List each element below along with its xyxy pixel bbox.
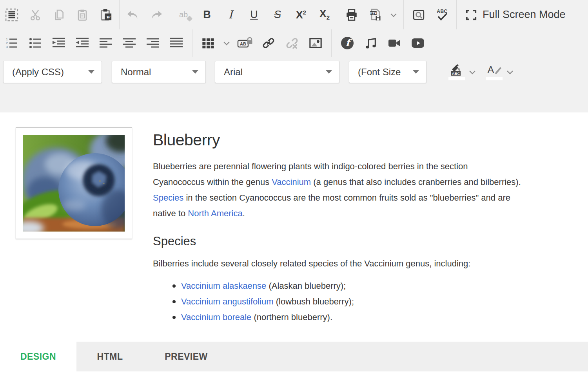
caret-down-icon: [326, 70, 332, 74]
redo-button[interactable]: [145, 3, 168, 27]
paste-button[interactable]: [71, 3, 94, 27]
list-bullet: [172, 300, 176, 303]
caret-down-icon: [88, 70, 94, 74]
table-options-dropdown[interactable]: [220, 31, 233, 55]
underline-button[interactable]: U: [242, 3, 266, 27]
highlight-color-icon: ABC: [449, 64, 465, 76]
align-right-icon: [146, 37, 160, 49]
undo-button[interactable]: [121, 3, 145, 27]
font-name-value: Arial: [224, 67, 243, 78]
insert-flash-button[interactable]: f: [336, 31, 359, 55]
svg-text:3: 3: [6, 45, 8, 49]
caret-down-icon: [192, 70, 198, 74]
tab-html[interactable]: HTML: [82, 342, 138, 371]
list-bullet: [172, 284, 176, 288]
toolbar-divider: [119, 0, 120, 29]
align-center-icon: [122, 37, 136, 49]
print-icon: [345, 8, 358, 22]
editor-toolbar: w ab B: [0, 0, 588, 112]
export-rtf-button[interactable]: RTF: [363, 3, 387, 27]
align-left-icon: [99, 37, 113, 49]
underline-icon: U: [250, 9, 258, 20]
italic-icon: I: [228, 9, 232, 20]
find-replace-button[interactable]: [407, 3, 430, 27]
justify-button[interactable]: [165, 31, 188, 55]
font-color-dropdown[interactable]: [506, 70, 514, 74]
font-color-icon: A: [486, 64, 503, 76]
export-format-dropdown[interactable]: [387, 3, 400, 27]
species-paragraph: Bilberries include several closely relat…: [153, 259, 588, 269]
svg-text:A: A: [487, 64, 494, 76]
redo-icon: [149, 8, 163, 22]
tab-design[interactable]: DESIGN: [0, 342, 76, 371]
export-rtf-icon: RTF: [368, 8, 382, 22]
strikethrough-button[interactable]: S: [266, 3, 289, 27]
toolbar-divider: [170, 0, 170, 29]
superscript-button[interactable]: X2: [289, 3, 313, 27]
insert-table-button[interactable]: [196, 31, 220, 55]
select-all-icon: [5, 8, 18, 22]
font-color-button[interactable]: A: [486, 64, 503, 80]
insert-youtube-button[interactable]: [406, 31, 430, 55]
link-vaccinium-alaskaense[interactable]: Vaccinium alaskaense: [181, 281, 266, 291]
outdent-button[interactable]: [71, 31, 94, 55]
ordered-list-button[interactable]: 1 2 3: [0, 31, 24, 55]
link-vaccinium-boreale[interactable]: Vaccinium boreale: [181, 312, 251, 322]
highlight-color-button[interactable]: ABC: [448, 64, 465, 80]
superscript-icon: X2: [296, 9, 306, 20]
toolbar-row-2: 1 2 3: [0, 29, 588, 57]
spellcheck-button[interactable]: ABC: [430, 3, 454, 27]
insert-image-button[interactable]: [304, 31, 327, 55]
link-north-america[interactable]: North America: [188, 208, 242, 218]
subscript-button[interactable]: X2: [313, 3, 336, 27]
insert-video-button[interactable]: [383, 31, 406, 55]
insert-audio-button[interactable]: [359, 31, 383, 55]
paragraph-format-dropdown[interactable]: Normal: [112, 61, 206, 83]
indent-icon: [52, 37, 66, 49]
paragraph-line: native to North America.: [153, 206, 588, 221]
font-size-dropdown[interactable]: (Font Size: [349, 61, 426, 83]
document-body: Blueberry Blueberries are perennial flow…: [153, 112, 588, 325]
bullet-list-button[interactable]: [24, 31, 47, 55]
editor-canvas[interactable]: Blueberry Blueberries are perennial flow…: [0, 112, 588, 342]
align-right-button[interactable]: [141, 31, 165, 55]
apply-css-dropdown[interactable]: (Apply CSS): [3, 61, 102, 83]
highlight-color-dropdown[interactable]: [469, 70, 476, 74]
content-image[interactable]: [16, 127, 132, 239]
insert-link-button[interactable]: [257, 31, 280, 55]
ordered-list-icon: 1 2 3: [5, 37, 19, 49]
intro-paragraph: Blueberries are perennial flowering plan…: [153, 159, 588, 221]
toolbar-divider: [331, 29, 332, 57]
copy-button[interactable]: [47, 3, 71, 27]
tab-preview[interactable]: PREVIEW: [151, 342, 221, 371]
cut-button[interactable]: [24, 3, 47, 27]
fullscreen-button[interactable]: Full Screen Mode: [465, 9, 566, 21]
svg-text:RTF: RTF: [370, 11, 376, 15]
insert-placeholder-button[interactable]: AB: [233, 31, 257, 55]
link-vaccinium[interactable]: Vaccinium: [272, 177, 311, 187]
species-list: Vaccinium alaskaense (Alaskan blueberry)…: [153, 278, 588, 325]
link-vaccinium-angustifolium[interactable]: Vaccinium angustifolium: [181, 297, 274, 306]
justify-icon: [169, 37, 183, 49]
paste-from-word-button[interactable]: w: [94, 3, 118, 27]
link-species[interactable]: Species: [153, 193, 183, 203]
indent-button[interactable]: [47, 31, 71, 55]
highlight-color-swatch: [448, 77, 465, 80]
insert-flash-icon: f: [340, 36, 354, 50]
remove-link-button[interactable]: [280, 31, 304, 55]
editor-window: w ab B: [0, 0, 588, 373]
print-button[interactable]: [340, 3, 363, 27]
italic-button[interactable]: I: [219, 3, 242, 27]
bullet-list-icon: [28, 37, 42, 49]
list-item: Vaccinium angustifolium (lowbush blueber…: [153, 294, 588, 310]
paste-from-word-icon: w: [99, 8, 113, 22]
insert-video-icon: [387, 36, 401, 50]
paragraph-line: Blueberries are perennial flowering plan…: [153, 159, 588, 174]
bold-button[interactable]: B: [195, 3, 219, 27]
remove-format-button[interactable]: ab: [172, 3, 195, 27]
fullscreen-label: Full Screen Mode: [483, 9, 566, 21]
select-all-button[interactable]: [0, 3, 24, 27]
align-center-button[interactable]: [118, 31, 141, 55]
align-left-button[interactable]: [94, 31, 118, 55]
font-name-dropdown[interactable]: Arial: [215, 61, 339, 83]
